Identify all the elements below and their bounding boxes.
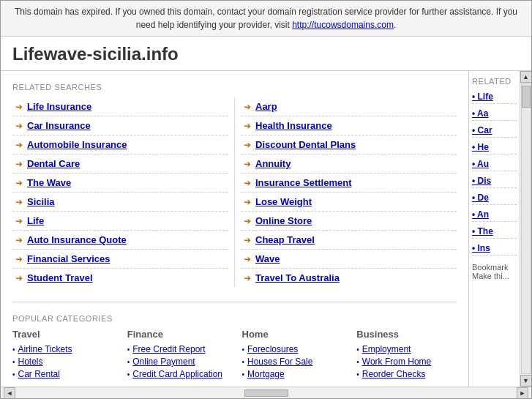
- popular-item: • Hotels: [12, 357, 113, 367]
- search-link[interactable]: Financial Services: [27, 253, 110, 264]
- popular-link[interactable]: Houses For Sale: [247, 357, 312, 367]
- popular-item: • Reorder Checks: [356, 369, 457, 379]
- search-link[interactable]: Life Insurance: [27, 101, 91, 112]
- related-searches-label: RELATED SEARCHES: [12, 83, 457, 92]
- bullet-icon: •: [356, 346, 359, 354]
- bullet-icon: •: [242, 358, 245, 366]
- scroll-track[interactable]: [521, 83, 531, 374]
- arrow-icon: ➜: [244, 216, 251, 226]
- sidebar-link[interactable]: • Life: [472, 90, 517, 104]
- sidebar-link[interactable]: • An: [472, 208, 517, 222]
- search-item: ➜ Travel To Australia: [241, 269, 457, 287]
- arrow-icon: ➜: [244, 178, 251, 188]
- popular-item: • Foreclosures: [242, 344, 342, 354]
- site-title: Lifewave-sicilia.info: [1, 37, 531, 71]
- scroll-thumb-h[interactable]: [244, 389, 288, 397]
- search-link[interactable]: Car Insurance: [27, 120, 91, 131]
- sidebar-link[interactable]: • The: [472, 225, 517, 239]
- search-item: ➜ Life: [12, 212, 228, 231]
- search-item: ➜ Dental Care: [12, 154, 228, 174]
- scroll-right-button[interactable]: ►: [517, 387, 528, 399]
- bullet-icon: •: [127, 370, 130, 379]
- popular-item: • Credit Card Application: [127, 369, 228, 379]
- search-link[interactable]: Life: [27, 215, 44, 226]
- sidebar-link[interactable]: • De: [472, 191, 517, 205]
- search-link[interactable]: Sicilia: [27, 196, 55, 207]
- sidebar-link[interactable]: • Car: [472, 124, 517, 138]
- search-link[interactable]: Cheap Travel: [255, 234, 315, 245]
- search-link[interactable]: Lose Weight: [255, 196, 312, 207]
- search-link[interactable]: Wave: [255, 253, 280, 264]
- search-link[interactable]: Annuity: [255, 158, 291, 169]
- scroll-thumb[interactable]: [522, 86, 531, 108]
- popular-link[interactable]: Online Payment: [132, 357, 195, 367]
- popular-link[interactable]: Work From Home: [362, 357, 431, 367]
- bullet-icon: •: [242, 370, 245, 379]
- arrow-icon: ➜: [15, 197, 23, 207]
- bullet-icon: •: [127, 346, 130, 354]
- search-item: ➜ Sicilia: [12, 193, 228, 212]
- popular-link[interactable]: Car Rental: [18, 369, 60, 379]
- notification-text: This domain has expired. If you owned th…: [15, 7, 517, 30]
- sidebar-link[interactable]: • He: [472, 141, 517, 154]
- search-link[interactable]: Aarp: [255, 101, 277, 112]
- horizontal-scrollbar[interactable]: ◄ ►: [1, 387, 531, 398]
- vertical-scrollbar[interactable]: ▲ ▼: [520, 71, 531, 387]
- sidebar-link[interactable]: • Dis: [472, 174, 517, 188]
- popular-categories-section: POPULAR CATEGORIES Travel • Airline Tick…: [12, 302, 457, 381]
- search-item: ➜ Auto Insurance Quote: [12, 231, 228, 250]
- popular-link[interactable]: Airline Tickets: [18, 344, 72, 354]
- arrow-icon: ➜: [244, 273, 251, 283]
- popular-col-title: Business: [356, 329, 457, 340]
- popular-link[interactable]: Employment: [362, 344, 411, 354]
- search-item: ➜ Online Store: [241, 212, 457, 231]
- scroll-up-button[interactable]: ▲: [520, 71, 532, 83]
- bullet-icon: •: [127, 358, 130, 366]
- popular-col: Home • Foreclosures • Houses For Sale • …: [242, 329, 342, 381]
- popular-item: • Mortgage: [242, 369, 342, 379]
- popular-grid: Travel • Airline Tickets • Hotels • Car …: [12, 329, 457, 381]
- popular-link[interactable]: Foreclosures: [247, 344, 298, 354]
- search-link[interactable]: Insurance Settlement: [255, 177, 352, 188]
- bullet-icon: •: [242, 346, 245, 354]
- search-link[interactable]: Online Store: [255, 215, 312, 226]
- popular-item: • Car Rental: [12, 369, 113, 379]
- arrow-icon: ➜: [15, 159, 23, 169]
- popular-col-title: Finance: [127, 329, 228, 340]
- popular-link[interactable]: Hotels: [18, 357, 43, 367]
- arrow-icon: ➜: [15, 121, 23, 131]
- right-sidebar: RELATED • Life• Aa• Car• He• Au• Dis• De…: [468, 71, 520, 387]
- popular-categories-label: POPULAR CATEGORIES: [12, 314, 457, 323]
- sidebar-link[interactable]: • Ins: [472, 242, 517, 256]
- scroll-down-button[interactable]: ▼: [520, 375, 532, 387]
- arrow-icon: ➜: [244, 140, 251, 150]
- scroll-left-button[interactable]: ◄: [4, 387, 15, 399]
- arrow-icon: ➜: [15, 216, 23, 226]
- sidebar-link[interactable]: • Au: [472, 157, 517, 171]
- popular-item: • Houses For Sale: [242, 357, 342, 367]
- popular-link[interactable]: Free Credit Report: [132, 344, 205, 354]
- sidebar-related-label: RELATED: [472, 77, 517, 86]
- popular-item: • Work From Home: [356, 357, 457, 367]
- search-link[interactable]: Discount Dental Plans: [255, 139, 356, 150]
- sidebar-link[interactable]: • Aa: [472, 107, 517, 121]
- search-col-left: ➜ Life Insurance ➜ Car Insurance ➜ Autom…: [12, 97, 228, 287]
- popular-link[interactable]: Mortgage: [247, 369, 285, 379]
- arrow-icon: ➜: [15, 178, 23, 188]
- arrow-icon: ➜: [15, 235, 23, 245]
- arrow-icon: ➜: [244, 159, 251, 169]
- search-link[interactable]: Health Insurance: [255, 120, 332, 131]
- search-link[interactable]: Auto Insurance Quote: [27, 234, 127, 245]
- search-item: ➜ Automobile Insurance: [12, 135, 228, 154]
- search-item: ➜ Aarp: [241, 97, 457, 116]
- popular-link[interactable]: Reorder Checks: [362, 369, 426, 379]
- search-link[interactable]: The Wave: [27, 177, 71, 188]
- tucows-link[interactable]: http://tucowsdomains.com: [292, 20, 394, 30]
- search-link[interactable]: Automobile Insurance: [27, 139, 127, 150]
- arrow-icon: ➜: [244, 102, 251, 112]
- popular-link[interactable]: Credit Card Application: [132, 369, 222, 379]
- search-link[interactable]: Travel To Australia: [255, 272, 340, 283]
- search-link[interactable]: Dental Care: [27, 158, 80, 169]
- bullet-icon: •: [356, 370, 359, 379]
- search-link[interactable]: Student Travel: [27, 272, 93, 283]
